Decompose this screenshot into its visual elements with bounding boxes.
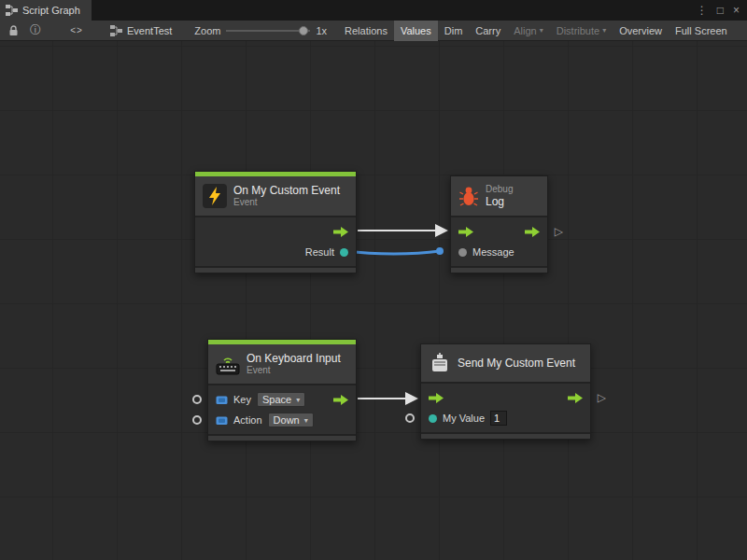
zoom-slider-handle[interactable] — [299, 26, 308, 35]
flow-input-icon[interactable] — [429, 393, 444, 403]
connection-wires — [0, 41, 747, 560]
unconnected-port-icon[interactable] — [405, 413, 415, 423]
chevron-down-icon: ▾ — [304, 416, 308, 425]
zoom-slider-track — [226, 30, 310, 32]
node-body: Result — [195, 216, 356, 266]
flow-output-icon[interactable] — [525, 227, 540, 237]
node-body: Key Space ▾ Action Down ▾ — [208, 384, 356, 434]
node-debug-log[interactable]: Debug Log ▷ Message — [450, 175, 548, 273]
inspect-icon[interactable]: ⓘ — [26, 21, 45, 41]
result-value-port-icon[interactable] — [340, 248, 348, 257]
dim-button[interactable]: Dim — [438, 21, 470, 41]
distribute-button[interactable]: Distribute ▾ — [550, 21, 613, 41]
bug-icon — [458, 185, 479, 207]
node-title: On Keyboard Input — [247, 352, 341, 365]
control-wire-keyboard-to-send[interactable] — [358, 392, 418, 405]
node-on-my-custom-event[interactable]: On My Custom Event Event Result — [194, 171, 357, 273]
keycode-type-icon — [216, 394, 228, 406]
graph-toolbar: ⓘ <> EventTest Zoom 1x Relations Values … — [0, 21, 747, 41]
lightning-bolt-icon — [203, 184, 227, 208]
window-tab-bar: Script Graph ⋮ □ × — [0, 0, 747, 21]
node-title: Log — [486, 195, 513, 208]
unconnected-flow-triangle-icon[interactable]: ▷ — [598, 390, 606, 405]
lock-icon[interactable] — [4, 21, 22, 41]
tab-title: Script Graph — [22, 5, 80, 16]
custom-event-icon — [429, 352, 451, 374]
flow-output-icon[interactable] — [333, 395, 348, 405]
key-label: Key — [233, 394, 251, 405]
my-value-input[interactable] — [490, 411, 507, 426]
node-body: ▷ Message — [451, 216, 547, 266]
action-label: Action — [233, 414, 262, 426]
values-button[interactable]: Values — [394, 21, 438, 41]
node-footer — [421, 432, 590, 439]
zoom-slider[interactable] — [226, 25, 310, 36]
overview-button[interactable]: Overview — [613, 21, 669, 41]
node-footer — [451, 266, 547, 273]
align-button[interactable]: Align ▾ — [507, 21, 549, 41]
chevron-down-icon: ▾ — [540, 26, 543, 35]
window-controls: ⋮ □ × — [689, 0, 747, 21]
node-header[interactable]: On My Custom Event Event — [195, 176, 356, 216]
script-graph-icon — [6, 5, 18, 16]
unconnected-flow-triangle-icon[interactable]: ▷ — [555, 224, 563, 239]
tab-script-graph[interactable]: Script Graph — [0, 0, 92, 21]
my-value-port-icon[interactable] — [429, 414, 437, 423]
result-label: Result — [305, 246, 334, 258]
close-icon[interactable]: × — [733, 5, 740, 16]
zoom-value: 1x — [316, 25, 327, 36]
action-input-row[interactable]: Action Down ▾ — [208, 410, 356, 430]
control-output-row[interactable] — [195, 221, 356, 242]
graph-canvas[interactable]: On My Custom Event Event Result — [0, 41, 747, 560]
value-wire-result-to-message[interactable] — [343, 247, 444, 255]
fullscreen-button[interactable]: Full Screen — [669, 21, 734, 41]
graph-reference[interactable]: EventTest — [110, 25, 172, 36]
zoom-control: Zoom 1x — [194, 25, 327, 36]
node-on-keyboard-input[interactable]: On Keyboard Input Event Key Space ▾ — [207, 339, 357, 441]
key-input-row[interactable]: Key Space ▾ — [208, 389, 356, 410]
action-type-icon — [216, 414, 228, 427]
key-dropdown[interactable]: Space ▾ — [257, 392, 305, 407]
node-send-my-custom-event[interactable]: Send My Custom Event ▷ My Value — [420, 343, 591, 440]
node-header[interactable]: Send My Custom Event — [421, 344, 590, 382]
unconnected-port-icon[interactable] — [192, 395, 202, 404]
node-subtitle: Event — [247, 365, 341, 376]
chevron-down-icon: ▾ — [602, 26, 606, 35]
toolbar-buttons: Relations Values Dim Carry Align ▾ Distr… — [338, 21, 734, 41]
relations-button[interactable]: Relations — [338, 21, 394, 41]
node-title: On My Custom Event — [233, 184, 340, 197]
carry-button[interactable]: Carry — [469, 21, 507, 41]
window-menu-icon[interactable]: ⋮ — [697, 5, 708, 16]
maximize-icon[interactable]: □ — [717, 5, 724, 16]
zoom-label: Zoom — [194, 25, 220, 36]
graph-name: EventTest — [127, 25, 172, 36]
message-label: Message — [472, 246, 514, 258]
node-header[interactable]: On Keyboard Input Event — [208, 344, 356, 384]
chevron-down-icon: ▾ — [296, 396, 300, 404]
control-flow-row[interactable]: ▷ — [451, 221, 547, 242]
flow-output-icon[interactable] — [333, 227, 348, 237]
my-value-input-row[interactable]: My Value — [421, 408, 590, 428]
node-footer — [208, 434, 356, 441]
node-subtitle: Debug — [486, 184, 513, 195]
node-title: Send My Custom Event — [458, 357, 575, 370]
message-value-port-icon[interactable] — [458, 248, 467, 257]
keyboard-icon — [216, 352, 240, 376]
tabbar-spacer — [92, 0, 689, 21]
node-body: ▷ My Value — [421, 382, 590, 432]
graph-file-icon — [110, 25, 122, 36]
code-preview-icon[interactable]: <> — [67, 21, 86, 41]
node-footer — [195, 266, 356, 273]
control-flow-row[interactable]: ▷ — [421, 387, 590, 408]
node-header[interactable]: Debug Log — [451, 176, 547, 216]
flow-output-icon[interactable] — [568, 393, 583, 403]
control-wire-custom-event-to-log[interactable] — [358, 224, 448, 237]
unconnected-port-icon[interactable] — [192, 415, 202, 425]
message-input-row[interactable]: Message — [451, 242, 547, 262]
result-output-row[interactable]: Result — [195, 242, 356, 262]
node-subtitle: Event — [233, 197, 340, 208]
flow-input-icon[interactable] — [458, 227, 473, 237]
action-dropdown[interactable]: Down ▾ — [268, 413, 314, 427]
my-value-label: My Value — [443, 413, 485, 424]
